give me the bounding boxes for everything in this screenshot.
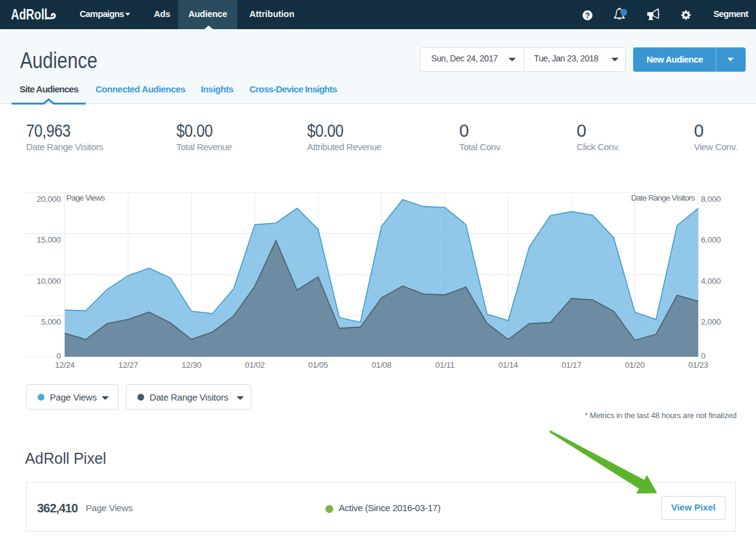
svg-text:01/23: 01/23 [688,360,709,370]
svg-text:0: 0 [701,351,706,360]
svg-text:8,000: 8,000 [701,194,721,204]
svg-text:?: ? [585,11,590,20]
svg-text:12/27: 12/27 [118,360,138,370]
svg-text:01/11: 01/11 [435,360,455,370]
svg-text:01/02: 01/02 [245,360,265,370]
svg-text:12/30: 12/30 [182,360,202,370]
svg-text:12/24: 12/24 [55,360,75,370]
svg-text:0: 0 [57,351,61,360]
svg-text:AdRoll: AdRoll [11,6,47,22]
svg-text:Page Views: Page Views [66,193,105,202]
svg-text:Date Range Visitors: Date Range Visitors [631,193,695,202]
svg-text:4,000: 4,000 [701,277,721,286]
svg-text:15,000: 15,000 [36,235,61,244]
svg-text:01/05: 01/05 [308,360,328,370]
svg-text:6,000: 6,000 [701,235,721,244]
svg-text:01/08: 01/08 [372,360,392,370]
svg-text:10,000: 10,000 [36,277,61,286]
svg-text:01/20: 01/20 [625,360,645,370]
svg-text:5,000: 5,000 [41,317,61,326]
svg-text:01/14: 01/14 [498,360,518,370]
svg-text:2,000: 2,000 [701,317,721,326]
svg-text:20,000: 20,000 [36,194,61,204]
svg-text:01/17: 01/17 [561,360,581,370]
